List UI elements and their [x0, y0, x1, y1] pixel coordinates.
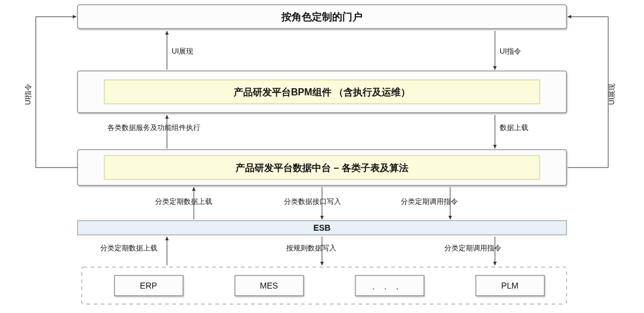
bpm-label: 产品研发平台BPM组件 （含执行及运维）	[233, 87, 410, 98]
label-ui-command-left: UI指令	[24, 83, 32, 105]
esb-label: ESB	[314, 223, 331, 233]
label-bpm-up: 各类数据服务及功能组件执行	[107, 123, 200, 132]
label-ui-show-right: UI展现	[608, 83, 616, 105]
arrow-ui-show-right	[568, 17, 608, 168]
label-p-esb-1: 分类定期数据上载	[155, 197, 212, 206]
label-p-esb-3: 分类定期调用指令	[401, 197, 458, 206]
data-platform-label: 产品研发平台数据中台 – 各类子表及算法	[235, 163, 408, 173]
label-esb-sys-2: 按规则数据写入	[286, 244, 336, 252]
label-esb-sys-1: 分类定期数据上载	[100, 244, 157, 252]
system-dots-label: 、、、	[371, 281, 407, 290]
portal-label: 按角色定制的门户	[281, 11, 363, 23]
label-ui-command-mid: UI指令	[500, 47, 521, 55]
label-bpm-down: 数据上载	[500, 123, 528, 132]
system-mes-label: MES	[260, 281, 278, 290]
label-ui-show-mid: UI展现	[172, 47, 193, 55]
label-p-esb-2: 分类数据接口写入	[284, 197, 341, 206]
arrow-ui-command-left	[36, 17, 78, 168]
system-plm-label: PLM	[501, 281, 519, 290]
label-esb-sys-3: 分类定期调用指令	[444, 244, 501, 252]
system-erp-label: ERP	[140, 281, 157, 290]
